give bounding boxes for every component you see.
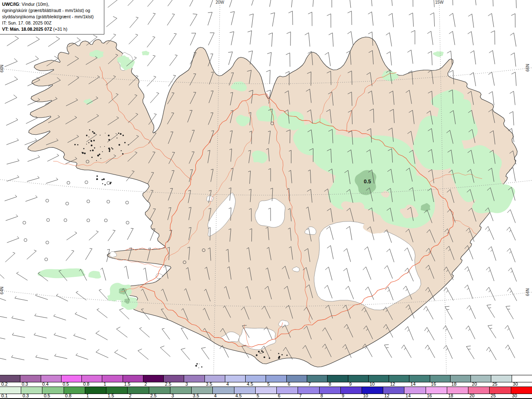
colorbar-segment xyxy=(225,375,246,382)
wind-barb xyxy=(328,0,332,7)
wind-barb xyxy=(305,33,310,47)
wind-barb xyxy=(511,53,516,66)
colorbar-tick-label: 5 xyxy=(256,394,259,398)
wind-barb xyxy=(230,32,234,45)
wind-barb xyxy=(54,354,67,359)
wind-barb xyxy=(27,250,37,259)
wind-barb xyxy=(208,12,212,25)
wind-barb xyxy=(0,268,4,278)
wind-barb xyxy=(507,227,515,240)
latitude-label-left: 66N xyxy=(0,65,4,72)
colorbar-segment xyxy=(430,375,451,382)
wind-barb xyxy=(143,268,148,281)
wind-barb xyxy=(471,0,476,5)
wind-barb xyxy=(443,345,453,359)
colorbar-segment xyxy=(468,387,490,394)
longitude-label: 20W xyxy=(216,0,224,5)
weather-map-svg: 20W15W66N66N64N64N0.5 xyxy=(0,0,532,375)
wind-barb xyxy=(367,0,372,6)
calm-circle xyxy=(47,219,49,222)
wind-barb xyxy=(470,72,476,86)
wind-barb xyxy=(445,306,453,320)
colorbar-segment xyxy=(451,375,471,382)
wind-barb xyxy=(507,249,515,262)
glacier xyxy=(255,198,286,227)
islet-speck xyxy=(104,184,106,185)
colorbar-tick-label: 3 xyxy=(185,382,188,387)
wind-barb xyxy=(46,178,58,184)
wind-barb xyxy=(6,118,18,126)
wind-barb xyxy=(427,31,433,45)
wind-barb xyxy=(511,14,515,27)
calm-circle xyxy=(67,181,70,184)
colorbar-segment xyxy=(20,375,41,382)
islet-speck xyxy=(261,353,262,354)
islet-speck xyxy=(264,356,265,358)
islet-speck xyxy=(118,144,120,146)
precip-light-patch xyxy=(433,51,444,57)
wind-barb xyxy=(509,111,514,125)
islet-speck xyxy=(96,160,97,161)
islet-speck xyxy=(110,182,112,183)
wind-barb xyxy=(467,305,476,319)
wind-barb xyxy=(448,0,453,5)
wind-barb xyxy=(505,325,514,339)
colorbar-tick-label: 4.5 xyxy=(235,394,241,398)
calm-circle xyxy=(104,219,107,222)
legend-valid-time: VT: Mán. 18.08.2025 07Z (+31 h) xyxy=(2,26,102,32)
colorbar-segment xyxy=(348,375,369,382)
wind-barb xyxy=(7,138,19,145)
colorbar-tick-label: 3 xyxy=(172,394,174,398)
wind-barb xyxy=(106,17,117,27)
islet-speck xyxy=(123,135,124,136)
wind-barb xyxy=(444,288,453,300)
colorbar-segment xyxy=(266,375,286,382)
wind-barb xyxy=(486,347,496,360)
colorbar-tick-label: 0.5 xyxy=(44,394,50,398)
wind-barb xyxy=(36,355,49,360)
colorbar-tick-label: 4 xyxy=(227,382,229,387)
colorbar-tick-label: 7 xyxy=(299,394,302,398)
wind-barb xyxy=(310,0,314,7)
calm-circle xyxy=(85,181,88,184)
colorbar-tick-label: 0.4 xyxy=(42,382,49,387)
wind-barb xyxy=(488,325,496,338)
wind-barb xyxy=(489,0,493,6)
islet-speck xyxy=(91,145,92,146)
wind-barb xyxy=(210,0,215,7)
wind-barb xyxy=(266,70,270,84)
wind-barb xyxy=(12,355,25,360)
wind-barb xyxy=(150,229,155,241)
wind-barb xyxy=(27,155,39,162)
wind-barb xyxy=(251,0,256,5)
wind-barb xyxy=(428,52,432,65)
map-canvas: 20W15W66N66N64N64N0.5 xyxy=(0,0,532,375)
islet-speck xyxy=(201,367,202,368)
islet-speck xyxy=(108,135,110,136)
wind-barb xyxy=(327,14,331,27)
islet-speck xyxy=(77,144,79,145)
colorbar-segment xyxy=(307,375,328,382)
colorbar-tick-label: 0.8 xyxy=(65,394,71,398)
wind-barb xyxy=(488,72,495,86)
wind-barb xyxy=(127,228,133,240)
islet-speck xyxy=(111,148,113,149)
wind-barb xyxy=(56,294,68,301)
islet-speck xyxy=(84,153,86,154)
colorbar-tick-label: 7 xyxy=(308,382,311,387)
colorbar-segment xyxy=(85,387,106,394)
islet-speck xyxy=(258,351,260,352)
wind-barb xyxy=(248,31,252,44)
calm-circle xyxy=(64,219,67,222)
colorbar-segment xyxy=(128,387,149,394)
islet-speck xyxy=(122,153,123,155)
colorbar-segment xyxy=(123,375,143,382)
wind-barb xyxy=(208,33,214,45)
weather-map-app: 20W15W66N66N64N64N0.5 UWC/IG: Vindur (10… xyxy=(0,0,532,399)
colorbar-tick-label: 30 xyxy=(513,382,518,387)
islet-speck xyxy=(101,179,103,180)
colorbar-segment xyxy=(213,387,234,394)
wind-barb xyxy=(347,32,353,45)
colorbar-tick-label: 0.1 xyxy=(1,394,7,398)
wind-barb xyxy=(5,252,15,262)
